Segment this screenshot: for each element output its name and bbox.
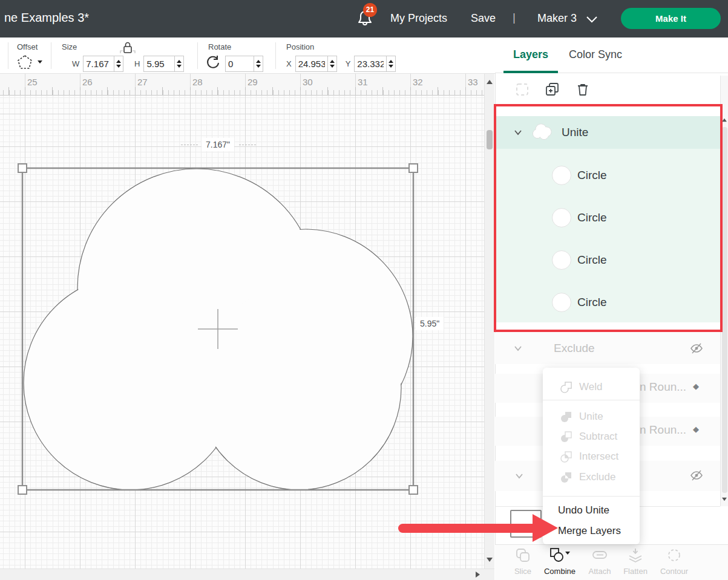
rotate-icon[interactable] — [205, 54, 220, 70]
menu-item-label: Weld — [579, 381, 602, 393]
project-title: ne Examples 3* — [4, 11, 89, 25]
quatrefoil-shape[interactable] — [0, 74, 484, 569]
unite-icon — [560, 410, 573, 423]
menu-item-unite: Unite — [543, 406, 640, 426]
layer-label: Exclude — [554, 342, 595, 355]
tool-label: Attach — [585, 567, 615, 576]
layer-label: n Roun... — [640, 423, 686, 437]
eye-slash-icon[interactable] — [690, 469, 703, 482]
height-axis-label: H — [134, 59, 140, 68]
layer-label: Unite — [562, 126, 588, 139]
height-input[interactable] — [143, 56, 175, 72]
tool-label: Slice — [510, 567, 536, 576]
tab-color-sync[interactable]: Color Sync — [569, 48, 622, 61]
y-axis-label: Y — [346, 59, 351, 68]
layer-label: n Roun... — [640, 380, 686, 394]
menu-item-exclude: Exclude — [543, 466, 640, 487]
circle-thumbnail-icon — [552, 250, 571, 270]
width-input[interactable] — [83, 56, 114, 72]
rotate-stepper[interactable] — [254, 56, 263, 72]
combine-button[interactable]: Combine — [542, 547, 577, 576]
chevron-down-icon[interactable] — [513, 128, 523, 137]
x-axis-label: X — [286, 59, 292, 68]
panel-scroll-thumb[interactable] — [722, 127, 727, 493]
menu-item-label: Subtract — [579, 431, 617, 443]
position-y-stepper[interactable] — [387, 56, 396, 72]
tab-layers[interactable]: Layers — [513, 48, 548, 61]
layer-item-circle[interactable]: Circle — [552, 208, 607, 227]
panel-tabs: Layers Color Sync — [495, 37, 728, 73]
position-label: Position — [286, 42, 314, 51]
menu-item-label: Merge Layers — [558, 525, 621, 537]
layer-label: Circle — [577, 253, 607, 267]
trash-icon[interactable] — [576, 82, 590, 97]
circle-thumbnail-icon — [552, 208, 571, 227]
sync-diamond-icon: ◆ — [693, 425, 699, 434]
menu-item-label: Intersect — [579, 451, 618, 463]
unite-children-block: Circle Circle Circle Circle — [495, 149, 720, 322]
position-y-input[interactable] — [354, 56, 387, 72]
make-it-button[interactable]: Make It — [621, 8, 721, 29]
layer-group-unite[interactable]: Unite — [495, 116, 720, 149]
nav-save[interactable]: Save — [471, 12, 496, 25]
duplicate-icon[interactable] — [545, 82, 560, 97]
attach-icon — [591, 547, 608, 563]
offset-caret-icon[interactable] — [38, 60, 42, 64]
menu-item-label: Undo Unite — [558, 504, 609, 516]
weld-icon — [560, 380, 573, 394]
panel-scroll-up-icon[interactable] — [722, 119, 727, 122]
chevron-down-icon[interactable] — [513, 344, 523, 353]
offset-label: Offset — [17, 42, 38, 51]
rotate-label: Rotate — [208, 42, 231, 51]
layer-item-circle[interactable]: Circle — [552, 250, 607, 270]
exclude-icon — [560, 471, 573, 484]
intersect-icon — [560, 450, 573, 463]
panel-scroll-down-icon[interactable] — [722, 498, 727, 501]
lock-icon[interactable] — [120, 40, 136, 56]
canvas-horizontal-scrollbar[interactable] — [0, 569, 494, 580]
scroll-right-icon[interactable] — [476, 572, 480, 578]
combine-icon — [549, 547, 571, 563]
circle-thumbnail-icon — [552, 166, 571, 185]
chevron-down-icon[interactable] — [586, 16, 598, 23]
layer-label: Circle — [577, 211, 607, 224]
width-stepper[interactable] — [114, 56, 123, 72]
nav-my-projects[interactable]: My Projects — [390, 12, 447, 25]
menu-item-intersect: Intersect — [543, 446, 640, 466]
tool-label: Contour — [657, 567, 691, 576]
panel-scrollbar[interactable] — [720, 76, 728, 506]
height-stepper[interactable] — [175, 56, 184, 72]
eye-slash-icon[interactable] — [690, 342, 703, 355]
cricut-design-space: ne Examples 3* 21 My Projects Save | Mak… — [0, 0, 728, 580]
contour-button: Contour — [657, 547, 691, 576]
slice-button: Slice — [510, 547, 536, 576]
layer-group-exclude[interactable]: Exclude — [495, 333, 720, 364]
height-dimension-label: 5.95" — [416, 317, 444, 330]
tool-label: Flatten — [620, 567, 651, 576]
scroll-down-icon[interactable] — [487, 558, 493, 562]
layer-label: Circle — [577, 296, 607, 309]
menu-item-weld: Weld — [543, 375, 640, 399]
scroll-up-icon[interactable] — [487, 80, 493, 84]
annotation-arrow-head-icon — [533, 514, 558, 542]
layer-item-circle[interactable]: Circle — [552, 166, 607, 185]
size-label: Size — [62, 42, 77, 51]
vertical-scroll-thumb[interactable] — [487, 130, 493, 149]
flatten-icon — [627, 547, 644, 563]
machine-selector[interactable]: Maker 3 — [537, 12, 577, 25]
position-x-input[interactable] — [295, 56, 328, 72]
annotation-arrow — [398, 524, 536, 533]
rotate-input[interactable] — [225, 56, 254, 72]
chevron-down-icon[interactable] — [514, 471, 524, 481]
offset-icon[interactable] — [17, 54, 34, 70]
top-header: ne Examples 3* 21 My Projects Save | Mak… — [0, 0, 728, 37]
width-axis-label: W — [72, 59, 79, 68]
position-x-stepper[interactable] — [328, 56, 337, 72]
width-dimension-label: 7.167" — [202, 138, 234, 151]
layer-item-circle[interactable]: Circle — [552, 293, 607, 312]
sync-diamond-icon: ◆ — [693, 382, 699, 391]
canvas-vertical-scrollbar[interactable] — [484, 74, 494, 569]
panel-bottom-toolbar: Slice Combine Attach Flatten — [495, 544, 728, 580]
menu-item-label: Exclude — [579, 471, 615, 483]
circle-thumbnail-icon — [552, 293, 571, 312]
